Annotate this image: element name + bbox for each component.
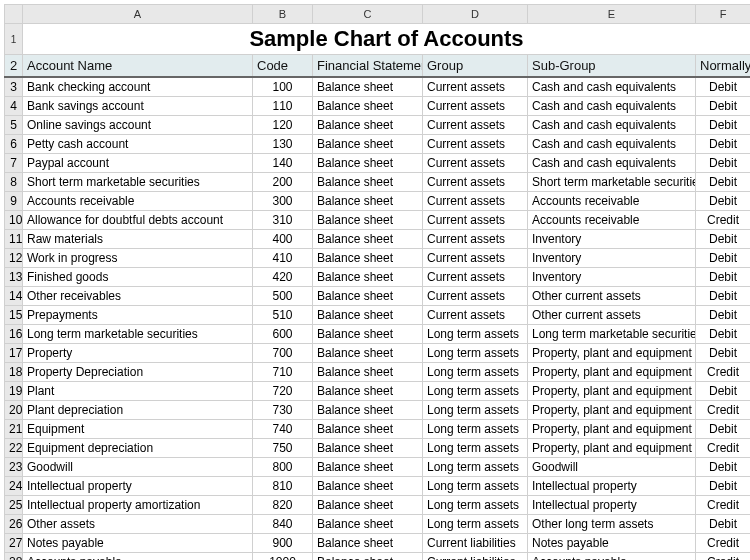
cell-account-name[interactable]: Other receivables [23, 286, 253, 305]
cell-code[interactable]: 110 [253, 96, 313, 115]
row-number[interactable]: 16 [5, 324, 23, 343]
cell-account-name[interactable]: Accounts payable [23, 552, 253, 560]
cell-sub-group[interactable]: Property, plant and equipment [528, 400, 696, 419]
cell-normally[interactable]: Debit [696, 172, 751, 191]
row-number[interactable]: 17 [5, 343, 23, 362]
header-financial-statement[interactable]: Financial Statement [313, 55, 423, 77]
cell-sub-group[interactable]: Property, plant and equipment [528, 362, 696, 381]
cell-code[interactable]: 120 [253, 115, 313, 134]
cell-sub-group[interactable]: Inventory [528, 267, 696, 286]
row-number[interactable]: 20 [5, 400, 23, 419]
page-title[interactable]: Sample Chart of Accounts [23, 24, 751, 55]
cell-normally[interactable]: Credit [696, 438, 751, 457]
cell-code[interactable]: 310 [253, 210, 313, 229]
cell-normally[interactable]: Debit [696, 96, 751, 115]
row-number[interactable]: 24 [5, 476, 23, 495]
cell-financial-statement[interactable]: Balance sheet [313, 476, 423, 495]
cell-financial-statement[interactable]: Balance sheet [313, 438, 423, 457]
cell-financial-statement[interactable]: Balance sheet [313, 229, 423, 248]
cell-group[interactable]: Current assets [423, 267, 528, 286]
cell-account-name[interactable]: Plant depreciation [23, 400, 253, 419]
cell-financial-statement[interactable]: Balance sheet [313, 324, 423, 343]
cell-account-name[interactable]: Finished goods [23, 267, 253, 286]
row-number[interactable]: 14 [5, 286, 23, 305]
row-number[interactable]: 18 [5, 362, 23, 381]
spreadsheet-grid[interactable]: A B C D E F 1 Sample Chart of Accounts 2… [4, 4, 750, 560]
cell-code[interactable]: 420 [253, 267, 313, 286]
row-number[interactable]: 27 [5, 533, 23, 552]
cell-financial-statement[interactable]: Balance sheet [313, 552, 423, 560]
cell-code[interactable]: 750 [253, 438, 313, 457]
cell-group[interactable]: Current assets [423, 248, 528, 267]
cell-account-name[interactable]: Equipment [23, 419, 253, 438]
cell-normally[interactable]: Debit [696, 381, 751, 400]
cell-normally[interactable]: Debit [696, 457, 751, 476]
cell-financial-statement[interactable]: Balance sheet [313, 153, 423, 172]
row-number[interactable]: 19 [5, 381, 23, 400]
cell-sub-group[interactable]: Short term marketable securities [528, 172, 696, 191]
cell-sub-group[interactable]: Cash and cash equivalents [528, 134, 696, 153]
cell-account-name[interactable]: Online savings account [23, 115, 253, 134]
row-number[interactable]: 5 [5, 115, 23, 134]
cell-account-name[interactable]: Bank checking account [23, 77, 253, 97]
cell-account-name[interactable]: Paypal account [23, 153, 253, 172]
cell-code[interactable]: 130 [253, 134, 313, 153]
cell-normally[interactable]: Debit [696, 229, 751, 248]
cell-group[interactable]: Long term assets [423, 419, 528, 438]
cell-financial-statement[interactable]: Balance sheet [313, 267, 423, 286]
cell-financial-statement[interactable]: Balance sheet [313, 343, 423, 362]
cell-account-name[interactable]: Property [23, 343, 253, 362]
cell-code[interactable]: 710 [253, 362, 313, 381]
cell-group[interactable]: Current liabilities [423, 552, 528, 560]
cell-code[interactable]: 410 [253, 248, 313, 267]
cell-group[interactable]: Current assets [423, 305, 528, 324]
row-number[interactable]: 23 [5, 457, 23, 476]
cell-sub-group[interactable]: Cash and cash equivalents [528, 153, 696, 172]
row-number[interactable]: 8 [5, 172, 23, 191]
cell-sub-group[interactable]: Property, plant and equipment [528, 381, 696, 400]
cell-financial-statement[interactable]: Balance sheet [313, 248, 423, 267]
cell-account-name[interactable]: Long term marketable securities [23, 324, 253, 343]
row-number[interactable]: 3 [5, 77, 23, 97]
cell-code[interactable]: 730 [253, 400, 313, 419]
cell-code[interactable]: 600 [253, 324, 313, 343]
cell-financial-statement[interactable]: Balance sheet [313, 305, 423, 324]
cell-code[interactable]: 500 [253, 286, 313, 305]
cell-financial-statement[interactable]: Balance sheet [313, 134, 423, 153]
row-number[interactable]: 4 [5, 96, 23, 115]
cell-normally[interactable]: Debit [696, 419, 751, 438]
cell-normally[interactable]: Credit [696, 400, 751, 419]
row-number[interactable]: 6 [5, 134, 23, 153]
cell-financial-statement[interactable]: Balance sheet [313, 419, 423, 438]
cell-account-name[interactable]: Petty cash account [23, 134, 253, 153]
cell-code[interactable]: 300 [253, 191, 313, 210]
cell-group[interactable]: Long term assets [423, 381, 528, 400]
header-normally[interactable]: Normally [696, 55, 751, 77]
cell-sub-group[interactable]: Accounts receivable [528, 191, 696, 210]
cell-group[interactable]: Long term assets [423, 514, 528, 533]
col-header-D[interactable]: D [423, 5, 528, 24]
row-number[interactable]: 10 [5, 210, 23, 229]
cell-account-name[interactable]: Property Depreciation [23, 362, 253, 381]
cell-financial-statement[interactable]: Balance sheet [313, 514, 423, 533]
cell-sub-group[interactable]: Cash and cash equivalents [528, 77, 696, 97]
cell-group[interactable]: Current assets [423, 77, 528, 97]
cell-account-name[interactable]: Other assets [23, 514, 253, 533]
cell-normally[interactable]: Credit [696, 210, 751, 229]
cell-financial-statement[interactable]: Balance sheet [313, 115, 423, 134]
cell-account-name[interactable]: Plant [23, 381, 253, 400]
cell-code[interactable]: 900 [253, 533, 313, 552]
cell-normally[interactable]: Debit [696, 343, 751, 362]
corner-cell[interactable] [5, 5, 23, 24]
cell-sub-group[interactable]: Property, plant and equipment [528, 343, 696, 362]
header-account-name[interactable]: Account Name [23, 55, 253, 77]
cell-account-name[interactable]: Allowance for doubtful debts account [23, 210, 253, 229]
cell-group[interactable]: Long term assets [423, 400, 528, 419]
cell-sub-group[interactable]: Accounts payable [528, 552, 696, 560]
cell-normally[interactable]: Debit [696, 267, 751, 286]
col-header-F[interactable]: F [696, 5, 751, 24]
row-number[interactable]: 9 [5, 191, 23, 210]
cell-financial-statement[interactable]: Balance sheet [313, 495, 423, 514]
cell-code[interactable]: 840 [253, 514, 313, 533]
cell-sub-group[interactable]: Other long term assets [528, 514, 696, 533]
